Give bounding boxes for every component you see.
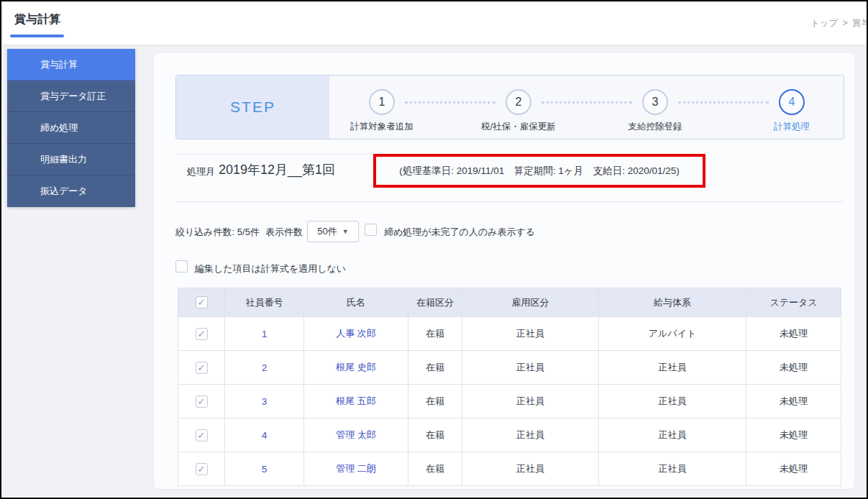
breadcrumb-current: 賞与計算 [852, 18, 868, 28]
employee-name-link[interactable]: 管理 太郎 [304, 418, 408, 452]
title-underline [10, 35, 64, 37]
step-4-circle: 4 [779, 89, 805, 115]
processing-dates-highlight-box: (処理基準日: 2019/11/01 算定期間: 1ヶ月 支給日: 2020/0… [373, 154, 705, 188]
page-title: 賞与計算 [14, 12, 60, 27]
col-employment: 雇用区分 [462, 288, 599, 317]
salary-system-cell: 正社員 [599, 452, 746, 486]
enrollment-cell: 在籍 [408, 317, 462, 351]
sidebar-item-transfer-data[interactable]: 振込データ [7, 175, 135, 207]
step-4-label: 計算処理 [774, 121, 810, 133]
row-checkbox[interactable]: ✓ [196, 395, 208, 408]
employee-name-link[interactable]: 管理 二朗 [304, 452, 408, 486]
sidebar-item-bonus-data-correction[interactable]: 賞与データ訂正 [7, 81, 135, 112]
page-size-value: 50件 [317, 225, 337, 238]
status-cell: 未処理 [746, 418, 841, 452]
table-row: ✓ 5 管理 二朗 在籍 正社員 正社員 未処理 [178, 452, 841, 486]
employee-no-link[interactable]: 5 [225, 452, 304, 486]
status-cell: 未処理 [746, 452, 841, 486]
row-checkbox[interactable]: ✓ [196, 328, 208, 340]
salary-system-cell: 正社員 [599, 351, 746, 385]
row-checkbox[interactable]: ✓ [196, 429, 208, 441]
step-1: 1 計算対象者追加 [324, 89, 439, 133]
status-cell: 未処理 [746, 351, 841, 385]
incomplete-only-label: 締め処理が未完了の人のみ表示する [384, 226, 535, 239]
employee-no-link[interactable]: 1 [225, 317, 304, 351]
employment-cell: 正社員 [462, 317, 599, 351]
col-salary-system: 給与体系 [599, 288, 746, 317]
sidebar-item-closing-process[interactable]: 締め処理 [7, 112, 135, 144]
step-4-active: 4 計算処理 [734, 89, 844, 133]
no-formula-label: 編集した項目は計算式を適用しない [195, 262, 346, 275]
table-row: ✓ 4 管理 太郎 在籍 正社員 正社員 未処理 [178, 418, 841, 452]
step-3-circle: 3 [642, 89, 668, 115]
sidebar: 賞与計算 賞与データ訂正 締め処理 明細書出力 振込データ [7, 49, 135, 207]
employee-name-link[interactable]: 人事 次郎 [304, 317, 408, 351]
employee-no-link[interactable]: 3 [225, 385, 304, 418]
breadcrumb: トップ>賞与計算 [810, 17, 868, 29]
enrollment-cell: 在籍 [408, 452, 462, 486]
step-1-circle: 1 [369, 89, 395, 115]
step-indicator: STEP 1 計算対象者追加 2 税/社保・雇保更新 3 支給控除登録 4 計算… [175, 75, 844, 139]
filtered-count-text: 絞り込み件数: 5/5件 [175, 226, 260, 239]
sidebar-item-bonus-calculation[interactable]: 賞与計算 [7, 49, 135, 81]
step-2: 2 税/社保・雇保更新 [461, 89, 576, 133]
section-divider [175, 201, 843, 202]
step-2-label: 税/社保・雇保更新 [481, 121, 555, 133]
salary-system-cell: 正社員 [599, 418, 746, 452]
table-row: ✓ 1 人事 次郎 在籍 正社員 アルバイト 未処理 [178, 317, 841, 351]
sidebar-item-statement-output[interactable]: 明細書出力 [7, 144, 135, 175]
processing-month-top-rule [175, 154, 374, 155]
incomplete-only-checkbox[interactable] [365, 224, 377, 236]
step-3-label: 支給控除登録 [629, 121, 682, 133]
employee-name-link[interactable]: 根尾 五郎 [304, 385, 408, 418]
step-3: 3 支給控除登録 [598, 89, 713, 133]
bonus-calculation-screen: { "header": { "title": "賞与計算", "breadcru… [0, 0, 868, 499]
col-employee-no: 社員番号 [225, 288, 304, 317]
employee-name-link[interactable]: 根尾 史郎 [304, 351, 408, 385]
no-formula-checkbox[interactable] [175, 260, 188, 273]
row-checkbox[interactable]: ✓ [196, 362, 208, 374]
col-enrollment: 在籍区分 [408, 288, 462, 317]
chevron-down-icon: ▼ [342, 228, 349, 235]
employment-cell: 正社員 [462, 452, 599, 486]
main-content-card: STEP 1 計算対象者追加 2 税/社保・雇保更新 3 支給控除登録 4 計算… [154, 53, 854, 489]
step-2-circle: 2 [506, 89, 531, 115]
top-bar: 賞与計算 トップ>賞与計算 [3, 3, 867, 45]
step-1-label: 計算対象者追加 [350, 121, 414, 133]
employment-cell: 正社員 [462, 351, 599, 385]
select-all-checkbox[interactable]: ✓ [196, 296, 208, 308]
processing-month-value: 2019年12月__第1回 [219, 161, 335, 178]
employment-cell: 正社員 [462, 418, 599, 452]
employee-no-link[interactable]: 2 [225, 351, 304, 385]
col-status: ステータス [746, 288, 841, 317]
table-header-row: ✓ 社員番号 氏名 在籍区分 雇用区分 給与体系 ステータス [178, 288, 841, 317]
step-panel-label: STEP [176, 75, 329, 139]
enrollment-cell: 在籍 [408, 351, 462, 385]
table-row: ✓ 3 根尾 五郎 在籍 正社員 正社員 未処理 [178, 385, 841, 418]
processing-dates-text: (処理基準日: 2019/11/01 算定期間: 1ヶ月 支給日: 2020/0… [399, 165, 679, 178]
enrollment-cell: 在籍 [408, 418, 462, 452]
table-row: ✓ 2 根尾 史郎 在籍 正社員 正社員 未処理 [178, 351, 841, 385]
display-count-label: 表示件数 [265, 226, 303, 239]
processing-month-label: 処理月 [187, 165, 215, 178]
employee-table: ✓ 社員番号 氏名 在籍区分 雇用区分 給与体系 ステータス ✓ 1 人事 次郎… [178, 288, 841, 486]
employee-no-link[interactable]: 4 [225, 418, 304, 452]
breadcrumb-home[interactable]: トップ [810, 18, 838, 28]
enrollment-cell: 在籍 [408, 385, 462, 418]
breadcrumb-separator: > [842, 18, 847, 28]
row-checkbox[interactable]: ✓ [196, 463, 208, 475]
status-cell: 未処理 [746, 317, 841, 351]
employment-cell: 正社員 [462, 385, 599, 418]
page-size-select[interactable]: 50件 ▼ [307, 221, 359, 242]
salary-system-cell: 正社員 [599, 385, 746, 418]
status-cell: 未処理 [746, 385, 841, 418]
col-name: 氏名 [304, 288, 408, 317]
salary-system-cell: アルバイト [599, 317, 746, 351]
